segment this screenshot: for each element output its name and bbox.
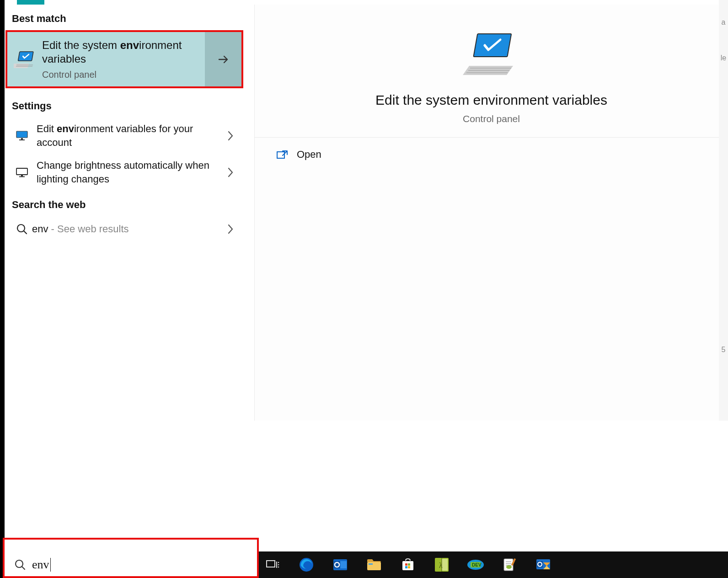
- svg-rect-0: [18, 52, 33, 61]
- svg-rect-6: [21, 138, 23, 139]
- svg-rect-4: [16, 131, 27, 138]
- svg-rect-34: [405, 563, 407, 566]
- svg-rect-10: [19, 177, 25, 177]
- settings-item-edit-user-env[interactable]: Edit environment variables for your acco…: [5, 118, 247, 154]
- svg-rect-7: [19, 139, 25, 140]
- search-input[interactable]: env: [28, 558, 51, 572]
- best-match-subtitle: Control panel: [42, 70, 198, 80]
- search-typed-text: env: [32, 558, 49, 572]
- monitor-icon: [12, 130, 32, 141]
- settings-item-label: Change brightness automatically when lig…: [32, 159, 221, 186]
- best-match-expand-button[interactable]: [205, 32, 241, 86]
- svg-line-12: [24, 231, 27, 234]
- taskbar-app-green-lambda-button[interactable]: λ: [431, 554, 453, 576]
- chevron-right-icon[interactable]: [221, 166, 240, 179]
- control-panel-monitor-icon-large: [273, 29, 710, 81]
- svg-rect-1: [14, 64, 29, 68]
- svg-rect-36: [405, 566, 407, 568]
- best-match-title-pre: Edit the system: [42, 39, 120, 51]
- top-teal-tab-fragment: [17, 0, 44, 5]
- web-query: env: [32, 223, 48, 235]
- preview-open-label: Open: [291, 149, 321, 161]
- svg-text:λ: λ: [439, 562, 443, 569]
- taskbar-edge-button[interactable]: [295, 554, 317, 576]
- svg-rect-39: [442, 559, 448, 571]
- preview-open-action[interactable]: Open: [255, 138, 728, 171]
- control-panel-monitor-icon: [12, 49, 39, 70]
- taskbar-outlook-mail-button[interactable]: [532, 554, 554, 576]
- taskbar-app-dev-button[interactable]: DEV: [465, 554, 487, 576]
- open-external-icon: [273, 149, 291, 160]
- preview-panel: Edit the system environment variables Co…: [254, 5, 728, 421]
- svg-rect-9: [21, 175, 23, 177]
- svg-rect-35: [408, 563, 410, 566]
- svg-rect-31: [367, 562, 381, 570]
- web-suffix: - See web results: [48, 223, 128, 235]
- taskbar-app-notepadpp-button[interactable]: [498, 554, 520, 576]
- chevron-right-icon[interactable]: [221, 129, 240, 142]
- taskbar-file-explorer-button[interactable]: [363, 554, 385, 576]
- preview-subtitle: Control panel: [273, 113, 710, 124]
- monitor-outline-icon: [12, 167, 32, 178]
- search-icon: [12, 223, 32, 235]
- preview-hero: Edit the system environment variables Co…: [255, 5, 728, 138]
- svg-point-25: [278, 567, 279, 568]
- best-match-title: Edit the system environment variables: [42, 38, 198, 66]
- best-match-main[interactable]: Edit the system environment variables Co…: [7, 32, 205, 86]
- svg-point-49: [506, 565, 512, 569]
- text-caret: [50, 558, 51, 572]
- taskbar[interactable]: λ DEV: [259, 551, 728, 578]
- section-header-settings: Settings: [5, 92, 247, 118]
- svg-point-24: [278, 564, 279, 566]
- best-match-title-bold: env: [120, 39, 139, 51]
- svg-text:DEV: DEV: [472, 562, 482, 567]
- taskbar-store-button[interactable]: [397, 554, 419, 576]
- svg-rect-32: [369, 563, 373, 565]
- taskbar-taskview-button[interactable]: [262, 554, 284, 576]
- search-results-panel: Best match Edit the syst: [5, 5, 247, 578]
- search-box[interactable]: env: [3, 538, 259, 578]
- taskbar-outlook-button[interactable]: [329, 554, 351, 576]
- preview-title: Edit the system environment variables: [273, 92, 710, 108]
- section-header-web: Search the web: [5, 191, 247, 216]
- web-result-text: env - See web results: [32, 223, 221, 235]
- search-icon: [12, 559, 28, 571]
- web-result-item[interactable]: env - See web results: [5, 216, 247, 242]
- section-header-best-match: Best match: [5, 5, 247, 30]
- svg-rect-37: [408, 566, 410, 568]
- left-black-strip: [0, 0, 5, 578]
- best-match-result[interactable]: Edit the system environment variables Co…: [5, 30, 243, 88]
- best-match-text: Edit the system environment variables Co…: [39, 38, 198, 80]
- svg-line-20: [22, 567, 25, 569]
- chevron-right-icon[interactable]: [221, 223, 240, 235]
- settings-item-brightness[interactable]: Change brightness automatically when lig…: [5, 154, 247, 191]
- far-right-fragments: a le 5: [719, 0, 728, 421]
- svg-rect-8: [16, 168, 27, 175]
- svg-rect-21: [267, 561, 275, 567]
- settings-item-label: Edit environment variables for your acco…: [32, 122, 221, 150]
- svg-point-23: [278, 562, 279, 563]
